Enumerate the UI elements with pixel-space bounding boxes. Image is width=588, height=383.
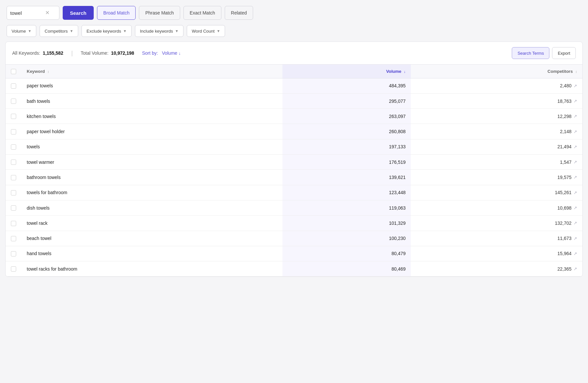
- table-row: towels for bathroom 123,448 145,261 ↗: [6, 185, 582, 200]
- header-keyword[interactable]: Keyword ↕: [21, 65, 282, 78]
- competitors-cell: 21,494 ↗: [411, 139, 582, 154]
- row-checkbox-cell[interactable]: [6, 200, 21, 215]
- table-row: towels 197,133 21,494 ↗: [6, 139, 582, 154]
- word-count-filter[interactable]: Word Count ▼: [187, 25, 225, 37]
- exact-match-button[interactable]: Exact Match: [183, 6, 221, 20]
- external-link-icon[interactable]: ↗: [573, 99, 577, 103]
- header-competitors[interactable]: Competitors ↕: [411, 65, 582, 78]
- volume-filter[interactable]: Volume ▼: [7, 25, 36, 37]
- external-link-icon[interactable]: ↗: [573, 221, 577, 225]
- table-row: bathroom towels 139,621 19,575 ↗: [6, 170, 582, 185]
- external-link-icon[interactable]: ↗: [573, 205, 577, 210]
- main-content: All Keywords: 1,155,582 | Total Volume: …: [5, 42, 583, 277]
- header-volume[interactable]: Volume ↓: [282, 65, 411, 78]
- table-row: paper towels 484,395 2,480 ↗: [6, 78, 582, 93]
- row-checkbox-cell[interactable]: [6, 231, 21, 246]
- external-link-icon[interactable]: ↗: [573, 266, 577, 271]
- summary-bar: All Keywords: 1,155,582 | Total Volume: …: [6, 42, 582, 65]
- competitors-cell: 2,148 ↗: [411, 124, 582, 139]
- volume-cell: 100,230: [282, 231, 411, 246]
- row-checkbox[interactable]: [11, 83, 16, 89]
- row-checkbox-cell[interactable]: [6, 246, 21, 261]
- volume-cell: 139,621: [282, 170, 411, 185]
- header-checkbox-col[interactable]: [6, 65, 21, 78]
- keyword-cell: dish towels: [21, 200, 282, 215]
- external-link-icon[interactable]: ↗: [573, 190, 577, 195]
- external-link-icon[interactable]: ↗: [573, 251, 577, 256]
- competitors-cell: 132,702 ↗: [411, 216, 582, 231]
- header-checkbox[interactable]: [11, 69, 16, 74]
- row-checkbox[interactable]: [11, 236, 16, 241]
- row-checkbox[interactable]: [11, 114, 16, 119]
- competitors-chevron-icon: ▼: [70, 29, 73, 33]
- external-link-icon[interactable]: ↗: [573, 160, 577, 164]
- volume-cell: 263,097: [282, 109, 411, 124]
- volume-cell: 123,448: [282, 185, 411, 200]
- competitors-cell: 10,698 ↗: [411, 200, 582, 215]
- all-keywords-stat: All Keywords: 1,155,582: [12, 50, 63, 56]
- row-checkbox-cell[interactable]: [6, 124, 21, 139]
- all-keywords-label: All Keywords:: [12, 50, 40, 56]
- row-checkbox[interactable]: [11, 221, 16, 226]
- external-link-icon[interactable]: ↗: [573, 83, 577, 88]
- competitors-value: 15,964: [557, 251, 572, 256]
- export-button[interactable]: Export: [552, 47, 576, 59]
- keyword-cell: towels for bathroom: [21, 185, 282, 200]
- volume-cell: 80,469: [282, 261, 411, 277]
- table-row: towel rack 101,329 132,702 ↗: [6, 216, 582, 231]
- row-checkbox[interactable]: [11, 205, 16, 211]
- row-checkbox[interactable]: [11, 266, 16, 272]
- search-button[interactable]: Search: [63, 6, 94, 20]
- row-checkbox[interactable]: [11, 175, 16, 180]
- row-checkbox[interactable]: [11, 99, 16, 104]
- external-link-icon[interactable]: ↗: [573, 175, 577, 180]
- competitors-col-label: Competitors: [547, 69, 573, 74]
- related-button[interactable]: Related: [225, 6, 253, 20]
- row-checkbox-cell[interactable]: [6, 185, 21, 200]
- row-checkbox-cell[interactable]: [6, 170, 21, 185]
- external-link-icon[interactable]: ↗: [573, 129, 577, 134]
- include-keywords-filter[interactable]: Include keywords ▼: [135, 25, 183, 37]
- external-link-icon[interactable]: ↗: [573, 114, 577, 119]
- row-checkbox-cell[interactable]: [6, 78, 21, 93]
- row-checkbox[interactable]: [11, 251, 16, 256]
- volume-col-label: Volume: [386, 69, 401, 74]
- competitors-cell: 2,480 ↗: [411, 78, 582, 93]
- sort-link[interactable]: Sort by: Volume ↓: [142, 50, 181, 56]
- include-filter-label: Include keywords: [140, 29, 173, 34]
- competitors-cell: 12,298 ↗: [411, 109, 582, 124]
- row-checkbox-cell[interactable]: [6, 139, 21, 154]
- external-link-icon[interactable]: ↗: [573, 144, 577, 149]
- filter-bar: Volume ▼ Competitors ▼ Exclude keywords …: [0, 24, 588, 42]
- sort-field: Volume: [162, 50, 178, 56]
- search-terms-button[interactable]: Search Terms: [512, 47, 549, 59]
- keyword-cell: towel racks for bathroom: [21, 261, 282, 277]
- table-row: towel racks for bathroom 80,469 22,365 ↗: [6, 261, 582, 277]
- competitors-filter[interactable]: Competitors ▼: [40, 25, 78, 37]
- keyword-sort-icon: ↕: [48, 70, 49, 74]
- row-checkbox-cell[interactable]: [6, 93, 21, 108]
- row-checkbox[interactable]: [11, 190, 16, 195]
- search-input[interactable]: towel: [10, 10, 43, 16]
- phrase-match-button[interactable]: Phrase Match: [139, 6, 180, 20]
- volume-cell: 197,133: [282, 139, 411, 154]
- exclude-keywords-filter[interactable]: Exclude keywords ▼: [82, 25, 132, 37]
- external-link-icon[interactable]: ↗: [573, 236, 577, 241]
- keyword-cell: paper towels: [21, 78, 282, 93]
- search-box[interactable]: towel ✕: [7, 6, 59, 20]
- row-checkbox-cell[interactable]: [6, 109, 21, 124]
- keywords-table: Keyword ↕ Volume ↓ Competitors ↕ paper t…: [6, 65, 582, 277]
- row-checkbox-cell[interactable]: [6, 155, 21, 170]
- keyword-cell: towel rack: [21, 216, 282, 231]
- row-checkbox[interactable]: [11, 160, 16, 165]
- competitors-cell: 11,673 ↗: [411, 231, 582, 246]
- competitors-value: 12,298: [557, 114, 572, 119]
- table-row: paper towel holder 260,808 2,148 ↗: [6, 124, 582, 139]
- clear-icon[interactable]: ✕: [45, 10, 49, 15]
- keyword-cell: towels: [21, 139, 282, 154]
- row-checkbox-cell[interactable]: [6, 216, 21, 231]
- row-checkbox-cell[interactable]: [6, 261, 21, 277]
- row-checkbox[interactable]: [11, 144, 16, 150]
- row-checkbox[interactable]: [11, 129, 16, 134]
- broad-match-button[interactable]: Broad Match: [97, 6, 136, 20]
